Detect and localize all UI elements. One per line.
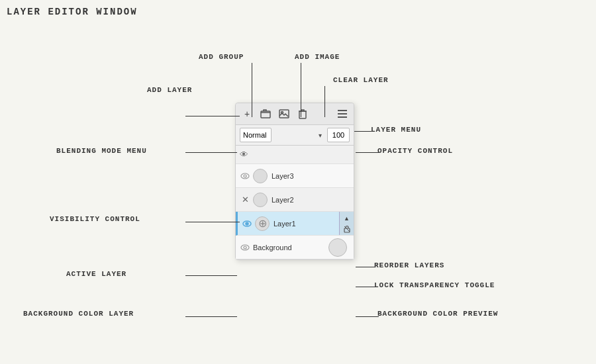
add-group-annotation: ADD GROUP [199, 53, 244, 61]
layers-list: 👁 Layer3 ✕ Layer2 [236, 146, 354, 259]
layer2-visibility-toggle[interactable]: ✕ [240, 195, 250, 205]
lock-x-icon: ✕ [242, 195, 249, 205]
ann-line [324, 86, 325, 117]
svg-point-13 [241, 245, 249, 250]
opacity-annotation: OPACITY CONTROL [377, 147, 453, 155]
layer-controls: ▲ [339, 212, 354, 235]
reorder-layers-annotation: REORDER LAYERS [374, 261, 444, 269]
add-group-button[interactable] [258, 107, 273, 121]
active-layer-row[interactable]: ⊕ Layer1 ▲ [236, 212, 354, 236]
toolbar: + [236, 103, 354, 125]
ann-line [356, 287, 375, 287]
background-visibility-toggle[interactable] [240, 242, 250, 253]
svg-point-14 [244, 246, 246, 249]
layer3-visibility-toggle[interactable] [240, 171, 250, 181]
background-color-preview-annotation: BACKGROUND COLOR PREVIEW [377, 310, 498, 318]
layer-menu-annotation: LAYER MENU [371, 126, 421, 134]
layer-panel: + [235, 103, 354, 260]
layer2-thumb [253, 193, 268, 207]
add-image-button[interactable] [277, 107, 291, 121]
layer1-thumb: ⊕ [255, 216, 270, 231]
active-layer-annotation: ACTIVE LAYER [66, 270, 126, 278]
layer1-name: Layer1 [273, 220, 350, 228]
clear-layer-annotation: CLEAR LAYER [333, 76, 389, 84]
layer3-name: Layer3 [272, 172, 350, 180]
visibility-annotation: VISIBILITY CONTROL [50, 215, 140, 223]
svg-rect-6 [338, 116, 347, 118]
ann-line [185, 316, 237, 317]
add-image-annotation: ADD IMAGE [295, 53, 340, 61]
add-layer-annotation: ADD LAYER [147, 86, 192, 94]
background-layer-row[interactable]: Background [236, 236, 354, 259]
visibility-header-row: 👁 [236, 146, 354, 164]
svg-rect-4 [338, 110, 347, 111]
blend-mode-select[interactable]: Normal Multiply Screen Overlay [240, 128, 272, 142]
ann-line [185, 222, 240, 222]
layer2-name: Layer2 [272, 196, 350, 204]
visibility-eye-icon: 👁 [240, 150, 248, 159]
blend-mode-wrap: Normal Multiply Screen Overlay [240, 128, 324, 142]
background-color-layer-annotation: BACKGROUND COLOR LAYER [23, 310, 134, 318]
ann-line [185, 275, 237, 276]
svg-point-7 [241, 173, 249, 179]
ann-line [356, 316, 379, 317]
ann-line [356, 267, 375, 267]
ann-line [252, 63, 252, 117]
svg-point-10 [246, 222, 248, 225]
blend-mode-annotation: BLENDING MODE MENU [56, 147, 147, 155]
lock-transparency-annotation: LOCK TRANSPARENCY TOGGLE [374, 281, 495, 289]
svg-line-12 [344, 226, 350, 232]
move-icon: ⊕ [258, 217, 267, 230]
svg-point-8 [244, 175, 246, 177]
clear-layer-button[interactable] [295, 107, 310, 121]
background-layer-name: Background [253, 244, 328, 251]
layer-row[interactable]: ✕ Layer2 [236, 188, 354, 212]
lock-transparency-button[interactable] [341, 224, 353, 234]
page-title: LAYER EDITOR WINDOW [7, 7, 138, 17]
ann-line [301, 63, 301, 117]
layer-row[interactable]: Layer3 [236, 164, 354, 188]
layer-menu-button[interactable] [335, 107, 350, 121]
svg-rect-5 [338, 113, 347, 114]
ann-line [354, 131, 372, 132]
reorder-up-button[interactable]: ▲ [341, 214, 353, 223]
layer1-visibility-toggle[interactable] [242, 218, 252, 229]
layer3-thumb [253, 169, 268, 183]
ann-line [356, 152, 379, 153]
opacity-input[interactable] [327, 128, 350, 142]
ann-line [185, 152, 237, 153]
background-color-preview[interactable] [328, 238, 347, 257]
blend-opacity-row: Normal Multiply Screen Overlay [236, 125, 354, 146]
ann-line [185, 116, 240, 116]
